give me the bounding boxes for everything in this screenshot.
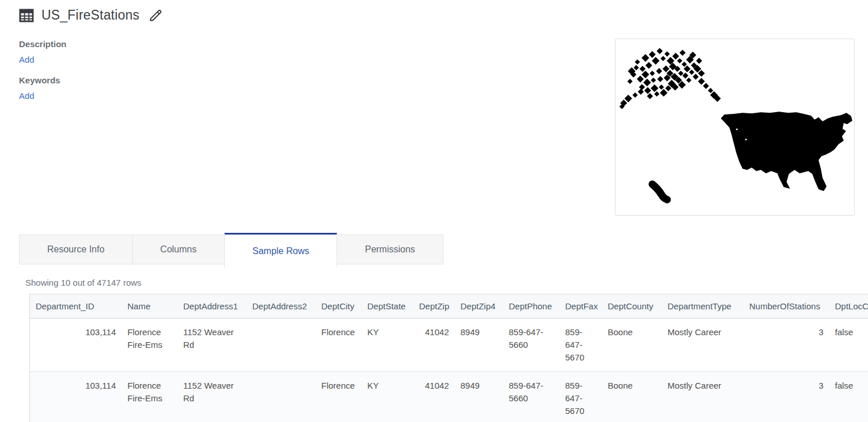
column-header-deptstate: DeptState (362, 294, 414, 319)
cell-deptstate: KY (362, 372, 414, 422)
dataset-titlebar: US_FireStations (19, 7, 868, 23)
cell-deptzip4: 8949 (455, 372, 503, 422)
column-header-deptcounty: DeptCounty (602, 294, 662, 319)
cell-deptaddress2 (247, 319, 316, 372)
cell-deptcity: Florence (316, 372, 362, 422)
column-header-name: Name (122, 294, 178, 319)
column-header-deptaddress2: DeptAddress2 (247, 294, 316, 319)
column-header-deptaddress1: DeptAddress1 (178, 294, 247, 319)
cell-dptlocc: false (829, 319, 868, 372)
page-title: US_FireStations (41, 7, 139, 23)
cell-deptcounty: Boone (602, 319, 662, 372)
cell-deptaddress1: 1152 Weaver Rd (178, 319, 247, 372)
cell-numberofstations: 3 (744, 372, 829, 422)
column-header-deptzip: DeptZip (414, 294, 455, 319)
sample-rows-table: Department_IDNameDeptAddress1DeptAddress… (29, 294, 868, 422)
tab-columns[interactable]: Columns (132, 235, 225, 264)
rows-summary: Showing 10 out of 47147 rows (25, 278, 868, 287)
cell-deptstate: KY (362, 319, 414, 372)
dataset-table-icon (19, 8, 34, 23)
cell-department_id: 103,114 (30, 319, 122, 372)
description-label: Description (19, 39, 615, 49)
map-extent-preview (615, 39, 855, 216)
tab-resource-info[interactable]: Resource Info (19, 235, 133, 264)
column-header-deptphone: DeptPhone (503, 294, 560, 319)
cell-deptphone: 859-647-5660 (503, 372, 560, 422)
column-header-deptzip4: DeptZip4 (455, 294, 503, 319)
cell-departmenttype: Mostly Career (662, 372, 744, 422)
cell-deptzip: 41042 (414, 372, 455, 422)
continental-us-shape (721, 112, 852, 191)
add-description-link[interactable]: Add (19, 55, 35, 64)
column-header-departmenttype: DepartmentType (662, 294, 744, 319)
hawaii-shape (652, 184, 667, 200)
column-header-deptfax: DeptFax (560, 294, 602, 319)
column-header-department_id: Department_ID (30, 294, 122, 319)
table-row: 103,114Florence Fire-Ems1152 Weaver RdFl… (30, 319, 868, 372)
column-header-deptcity: DeptCity (316, 294, 362, 319)
cell-deptfax: 859-647-5670 (560, 372, 602, 422)
cell-departmenttype: Mostly Career (662, 319, 744, 372)
overview-section: Description Add Keywords Add (19, 39, 855, 216)
cell-deptcounty: Boone (602, 372, 662, 422)
cell-name: Florence Fire-Ems (122, 372, 178, 422)
keywords-label: Keywords (19, 75, 615, 85)
cell-deptaddress2 (247, 372, 316, 422)
metadata-column: Description Add Keywords Add (19, 39, 615, 112)
cell-name: Florence Fire-Ems (122, 319, 178, 372)
cell-department_id: 103,114 (30, 372, 122, 422)
column-header-dptlocc: DptLocC (829, 294, 868, 319)
cell-deptzip4: 8949 (455, 319, 503, 372)
cell-deptphone: 859-647-5660 (503, 319, 560, 372)
cell-deptfax: 859-647-5670 (560, 319, 602, 372)
add-keywords-link[interactable]: Add (19, 91, 35, 101)
cell-deptcity: Florence (316, 319, 362, 372)
tab-permissions[interactable]: Permissions (337, 235, 443, 264)
alaska-points-cluster (620, 48, 721, 109)
sample-rows-table-wrap: Department_IDNameDeptAddress1DeptAddress… (29, 294, 868, 422)
tab-bar: Resource InfoColumnsSample RowsPermissio… (19, 233, 868, 267)
column-header-numberofstations: NumberOfStations (744, 294, 829, 319)
cell-numberofstations: 3 (744, 319, 829, 372)
cell-deptzip: 41042 (414, 319, 455, 372)
edit-title-pencil-icon[interactable] (148, 8, 163, 23)
cell-dptlocc: false (829, 372, 868, 422)
tab-sample-rows[interactable]: Sample Rows (224, 233, 338, 267)
cell-deptaddress1: 1152 Weaver Rd (178, 372, 247, 422)
table-row: 103,114Florence Fire-Ems1152 Weaver RdFl… (30, 372, 868, 422)
